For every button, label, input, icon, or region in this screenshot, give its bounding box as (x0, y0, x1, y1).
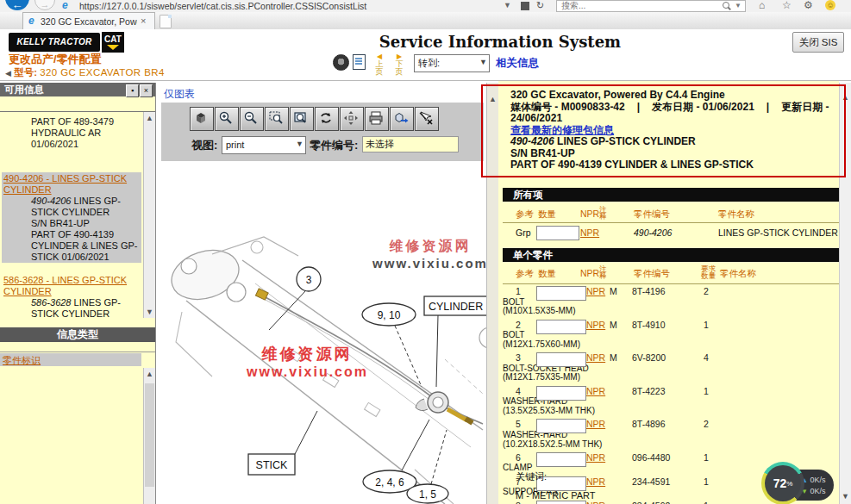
scroll-up-icon[interactable]: ▲ (144, 370, 155, 378)
npr-link[interactable]: NPR (586, 386, 605, 396)
close-icon[interactable]: × (140, 84, 153, 97)
next-page-button[interactable]: ▶ 下页 (393, 53, 405, 76)
zoom-in-icon[interactable] (215, 107, 239, 131)
minimize-icon[interactable]: ▪ (126, 84, 139, 97)
npr-link[interactable]: NPR (586, 286, 605, 296)
change-config-link[interactable]: 更改品产/零件配置 (9, 52, 102, 67)
home-icon[interactable]: ⌂ (759, 0, 765, 11)
row-part-number: 8T-4896 (632, 419, 666, 429)
part-identification-link[interactable]: 零件标识 (3, 354, 41, 367)
qty-input[interactable] (536, 501, 586, 504)
callout-label-stick[interactable]: STICK (256, 459, 288, 471)
forward-icon[interactable]: → (34, 0, 55, 10)
part-number: 586-3628 (31, 297, 72, 308)
print-icon[interactable] (365, 107, 389, 131)
select-cancel-icon[interactable] (415, 107, 439, 131)
tab-close-icon[interactable]: × (141, 15, 146, 28)
sidebar-entry-link[interactable]: 586-3628 - LINES GP-STICK CYLINDER (2, 274, 141, 297)
diagram-scrollbar[interactable]: ▲ (486, 83, 499, 504)
progress-gauge[interactable]: 72% (761, 462, 804, 504)
goto-select-value: 转到: (418, 57, 440, 70)
group-qty-input[interactable] (536, 226, 579, 240)
zoom-window-icon[interactable] (290, 107, 314, 131)
prev-page-button[interactable]: ◀ 上页 (373, 53, 385, 76)
callout-balloon-3[interactable]: 3 (306, 274, 312, 286)
sidebar-entry-link[interactable]: 490-4206 - LINES GP-STICK CYLINDER (2, 172, 141, 196)
parts-header: 参考 数量 NPR 注释 零件编号 要求数量 零件名称 (503, 264, 839, 283)
npr-link[interactable]: NPR (586, 476, 605, 487)
zoom-area-icon[interactable] (265, 107, 289, 131)
scrollbar-thumb[interactable] (145, 383, 154, 487)
callout-label-cylinder[interactable]: CYLINDER (429, 301, 483, 313)
rotate-icon[interactable] (315, 107, 339, 131)
col-req-qty: 要求数量 (701, 265, 716, 279)
search-dropdown-icon[interactable]: ▼ (735, 0, 741, 11)
sidebar-scrollbar[interactable]: ▲ ▼ (143, 112, 155, 318)
callout-oval-2-4-6[interactable]: 2, 4, 6 (375, 476, 404, 488)
parts-row: 1 NPR M 8T-4196 2 BOLT(M10X1.5X35-MM) (503, 284, 839, 318)
row-ref: 5 (516, 419, 521, 429)
chevron-down-icon: ▼ (479, 58, 487, 66)
progress-percent: 72 (773, 476, 787, 490)
npr-link[interactable]: NPR (586, 320, 605, 330)
browser-tab[interactable]: e 320 GC Excavator, Power... × (22, 12, 155, 29)
npr-link[interactable]: NPR (586, 352, 605, 363)
next-page-label: 下页 (393, 60, 405, 76)
row-part-number: 8T-4196 (632, 286, 666, 296)
only-chart-link[interactable]: 仅图表 (164, 87, 195, 102)
repair-kit-link[interactable]: 查看最新的修理包信息 (510, 124, 614, 136)
qty-input[interactable] (536, 452, 586, 467)
stop-icon[interactable] (521, 2, 529, 10)
document-icon[interactable] (353, 54, 366, 70)
pan-icon[interactable] (340, 107, 364, 131)
search-icon[interactable] (723, 2, 729, 9)
qty-input[interactable] (536, 352, 586, 367)
zoom-out-icon[interactable] (240, 107, 264, 131)
url-dropdown-icon[interactable]: ▼ (504, 0, 511, 11)
sidebar-entry: 490-4206 - LINES GP-STICK CYLINDER 490-4… (2, 172, 141, 263)
group-part-number: 490-4206 (634, 227, 672, 238)
cat-logo: CAT (102, 32, 124, 53)
scroll-up-icon[interactable]: ▲ (144, 114, 155, 122)
export-icon[interactable] (390, 107, 414, 131)
all-items-row: Grp NPR 490-4206 LINES GP-STICK CYLINDER (503, 225, 839, 244)
row-note: M (610, 320, 617, 330)
close-sis-button[interactable]: 关闭 SIS (792, 32, 844, 53)
isometric-view-icon[interactable] (190, 107, 214, 131)
callout-oval-1-5[interactable]: 1, 5 (419, 488, 436, 501)
part-number-input[interactable] (362, 136, 459, 152)
row-note: M (610, 352, 617, 363)
npr-link[interactable]: NPR (586, 452, 605, 463)
sidebar-scrollbar-2[interactable]: ▲ (143, 368, 155, 504)
percent-sign: % (786, 480, 792, 488)
media-icon[interactable] (333, 54, 349, 71)
npr-link[interactable]: NPR (580, 227, 599, 238)
view-select[interactable]: print ▼ (222, 136, 306, 154)
new-tab-button[interactable] (160, 15, 172, 28)
detail-scrollbar[interactable]: ▲ ▼ (839, 83, 851, 504)
col-part-no: 零件编号 (634, 208, 670, 221)
qty-input[interactable] (536, 320, 586, 334)
scroll-up-icon[interactable]: ▲ (487, 95, 498, 103)
qty-input[interactable] (536, 286, 586, 301)
related-info-link[interactable]: 相关信息 (496, 56, 539, 71)
back-icon[interactable]: ← (5, 0, 29, 10)
part-of-text: PART OF 490-4139 CYLINDER & LINES GP-STI… (31, 229, 140, 263)
goto-select[interactable]: 转到: ▼ (414, 54, 490, 72)
callout-oval-9-10[interactable]: 9, 10 (378, 309, 401, 321)
npr-link[interactable]: NPR (586, 501, 605, 504)
scroll-down-icon[interactable]: ▼ (144, 308, 155, 316)
qty-input[interactable] (536, 419, 586, 433)
scroll-down-icon[interactable]: ▼ (840, 492, 851, 501)
tab-bar: e 320 GC Excavator, Power... × (0, 12, 851, 29)
smiley-icon[interactable]: ☺ (825, 0, 835, 10)
model-caret-icon[interactable]: ◀ (5, 69, 11, 78)
gear-icon[interactable]: ⚙ (804, 0, 813, 11)
qty-input[interactable] (536, 386, 586, 401)
refresh-icon[interactable]: ↻ (536, 0, 544, 11)
scroll-up-icon[interactable]: ▲ (840, 93, 851, 102)
npr-link[interactable]: NPR (586, 419, 605, 429)
model-value: 320 GC EXCAVATOR BR4 (40, 67, 165, 78)
url-text[interactable]: https://127.0.0.1/sisweb/servlet/cat.cis… (79, 1, 493, 12)
star-icon[interactable]: ☆ (782, 0, 792, 11)
